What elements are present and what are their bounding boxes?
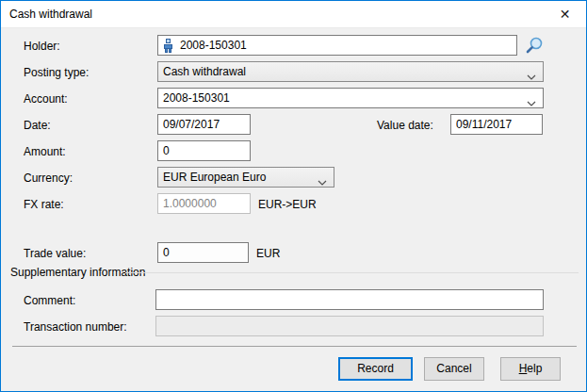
help-button[interactable]: Help <box>500 357 561 381</box>
amount-input[interactable] <box>157 140 251 161</box>
cancel-button-label: Cancel <box>425 359 483 379</box>
trade-value-suffix: EUR <box>256 247 280 260</box>
account-label: Account: <box>24 92 68 106</box>
trade-value-label: Trade value: <box>24 247 86 260</box>
currency-label: Currency: <box>24 172 73 185</box>
chevron-down-icon <box>318 175 327 188</box>
person-icon <box>163 39 173 56</box>
cancel-button[interactable]: Cancel <box>424 357 484 381</box>
trade-value-input <box>157 242 249 263</box>
currency-value: EUR European Euro <box>163 171 266 184</box>
comment-label: Comment: <box>24 294 75 307</box>
transaction-number-label: Transaction number: <box>24 320 127 334</box>
account-dropdown[interactable]: 2008-150301 <box>157 88 544 108</box>
transaction-number-input <box>155 316 544 336</box>
date-label: Date: <box>24 119 51 132</box>
fx-rate-suffix: EUR->EUR <box>258 198 317 211</box>
currency-dropdown[interactable]: EUR European Euro <box>157 167 334 188</box>
fx-rate-input <box>157 193 251 214</box>
chevron-down-icon <box>527 70 536 82</box>
titlebar: Cash withdrawal ✕ <box>1 1 586 28</box>
record-button[interactable]: Record <box>338 357 413 381</box>
posting-type-label: Posting type: <box>24 66 89 79</box>
posting-type-value: Cash withdrawal <box>163 65 246 78</box>
record-button-label: Record <box>340 359 411 379</box>
comment-input[interactable] <box>155 289 544 310</box>
amount-label: Amount: <box>24 145 66 158</box>
value-date-label: Value date: <box>377 119 433 132</box>
date-input[interactable] <box>157 114 251 135</box>
account-value: 2008-150301 <box>163 91 230 105</box>
button-bar-divider <box>12 346 577 347</box>
value-date-input[interactable] <box>450 114 543 135</box>
help-button-label: Help <box>501 359 560 379</box>
window-title: Cash withdrawal <box>9 1 92 27</box>
fx-rate-label: FX rate: <box>24 198 64 211</box>
search-icon[interactable] <box>522 35 545 56</box>
holder-label: Holder: <box>24 40 60 53</box>
holder-value: 2008-150301 <box>180 39 247 52</box>
supplementary-section-divider <box>125 272 579 273</box>
close-icon[interactable]: ✕ <box>544 1 586 27</box>
chevron-down-icon <box>527 96 536 108</box>
cash-withdrawal-dialog: Cash withdrawal ✕ Holder: 2008-150301 Po… <box>0 0 587 392</box>
holder-input[interactable]: 2008-150301 <box>157 35 517 56</box>
posting-type-dropdown[interactable]: Cash withdrawal <box>157 61 544 82</box>
